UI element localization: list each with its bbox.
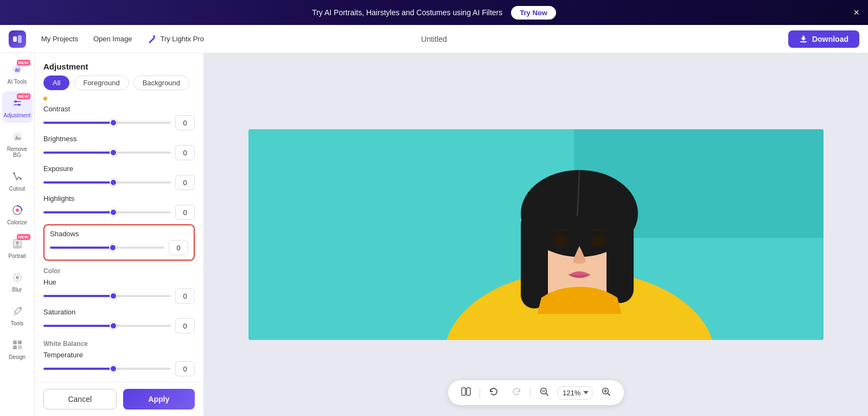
svg-rect-35: [462, 388, 465, 395]
document-title: Untitled: [421, 35, 446, 43]
sidebar-item-colorize[interactable]: Colorize: [2, 198, 33, 230]
highlights-thumb[interactable]: [110, 209, 117, 216]
download-button[interactable]: Download: [788, 30, 859, 48]
sidebar-item-ai-tools[interactable]: NEW ai AI Tools: [2, 58, 33, 89]
hue-thumb[interactable]: [110, 292, 117, 300]
shadows-label: Shadows: [50, 230, 188, 238]
svg-point-32: [553, 235, 568, 246]
sidebar-item-portrait[interactable]: NEW Portrait: [2, 232, 33, 263]
navbar-left: My Projects Open Image Try Lightx Pro: [9, 30, 210, 48]
shadows-highlighted-box: Shadows 0: [43, 224, 195, 261]
saturation-controls: 0: [43, 318, 195, 333]
sidebar-item-adjustment[interactable]: NEW Adjustment: [2, 91, 33, 123]
navbar: My Projects Open Image Try Lightx Pro Un…: [0, 25, 868, 53]
redo-icon: [512, 387, 521, 396]
zoom-in-button[interactable]: [597, 385, 615, 401]
colorize-icon: [10, 203, 25, 218]
brightness-controls: 0: [43, 145, 195, 160]
logo-icon: [9, 30, 26, 48]
saturation-value[interactable]: 0: [175, 318, 195, 333]
zoom-in-icon: [601, 387, 611, 396]
ai-tools-label: AI Tools: [8, 79, 27, 85]
highlights-value[interactable]: 0: [175, 205, 195, 220]
my-projects-button[interactable]: My Projects: [35, 31, 85, 46]
tab-background[interactable]: Background: [133, 75, 189, 90]
shadows-track[interactable]: [50, 247, 164, 249]
brightness-thumb[interactable]: [110, 149, 117, 156]
brightness-label: Brightness: [43, 135, 195, 143]
zoom-out-button[interactable]: [535, 385, 553, 401]
svg-point-16: [16, 241, 19, 244]
contrast-track[interactable]: [43, 122, 171, 124]
hue-track[interactable]: [43, 295, 171, 297]
shadows-value[interactable]: 0: [169, 240, 188, 255]
blur-icon: [10, 270, 25, 285]
contrast-thumb[interactable]: [110, 119, 117, 127]
download-icon: [799, 35, 808, 43]
shadows-thumb[interactable]: [109, 244, 117, 251]
zoom-select[interactable]: 50% 75% 100% 121% 150% 200%: [558, 386, 592, 400]
contrast-value[interactable]: 0: [175, 115, 195, 130]
tab-foreground[interactable]: Foreground: [74, 75, 129, 90]
exposure-thumb[interactable]: [110, 179, 117, 186]
download-label: Download: [812, 35, 848, 43]
saturation-slider-group: Saturation 0: [43, 308, 195, 333]
svg-rect-23: [18, 345, 22, 349]
shadows-controls: 0: [50, 240, 188, 255]
banner-close-button[interactable]: ×: [853, 7, 859, 18]
svg-rect-30: [521, 211, 548, 308]
split-view-button[interactable]: [457, 385, 475, 401]
try-now-button[interactable]: Try Now: [511, 6, 556, 20]
hue-value[interactable]: 0: [175, 288, 195, 304]
svg-point-11: [13, 172, 15, 174]
brightness-value[interactable]: 0: [175, 145, 195, 160]
white-balance-section-label: White Balance: [43, 340, 195, 348]
navbar-right: Download: [788, 30, 859, 48]
undo-button[interactable]: [484, 385, 503, 401]
temperature-track[interactable]: [43, 368, 171, 370]
svg-rect-34: [482, 314, 677, 340]
highlights-track[interactable]: [43, 211, 171, 213]
redo-button[interactable]: [507, 385, 526, 401]
svg-point-33: [591, 235, 606, 246]
tools-label: Tools: [11, 320, 23, 326]
canvas-area: 50% 75% 100% 121% 150% 200%: [204, 53, 868, 416]
exposure-label: Exposure: [43, 165, 195, 173]
svg-rect-2: [800, 41, 807, 42]
cancel-button[interactable]: Cancel: [43, 389, 117, 409]
exposure-track[interactable]: [43, 181, 171, 184]
toolbar-divider-1: [480, 387, 480, 398]
temperature-thumb[interactable]: [110, 365, 117, 373]
brightness-slider-group: Brightness 0: [43, 135, 195, 160]
svg-line-43: [608, 393, 610, 395]
design-label: Design: [9, 354, 25, 360]
sidebar-item-blur[interactable]: Blur: [2, 266, 33, 297]
tab-all[interactable]: All: [43, 75, 69, 90]
hue-slider-group: Hue 0: [43, 278, 195, 304]
sidebar-item-tools[interactable]: Tools: [2, 299, 33, 331]
hue-label: Hue: [43, 278, 195, 286]
temperature-value[interactable]: 0: [175, 361, 195, 376]
apply-button[interactable]: Apply: [123, 389, 195, 409]
colorize-label: Colorize: [7, 219, 27, 225]
svg-point-5: [12, 98, 22, 108]
brightness-track[interactable]: [43, 152, 171, 154]
blur-label: Blur: [12, 287, 22, 293]
try-pro-label: Try Lightx Pro: [160, 35, 203, 43]
cutout-label: Cutout: [9, 186, 25, 192]
saturation-track[interactable]: [43, 325, 171, 327]
try-pro-button[interactable]: Try Lightx Pro: [141, 31, 210, 47]
contrast-controls: 0: [43, 115, 195, 130]
canvas-toolbar: 50% 75% 100% 121% 150% 200%: [448, 380, 624, 405]
zoom-out-icon: [539, 387, 549, 396]
icon-sidebar: NEW ai AI Tools NEW Adjustment: [0, 53, 35, 416]
sidebar-item-design[interactable]: Design: [2, 333, 33, 364]
saturation-thumb[interactable]: [110, 322, 117, 330]
panel-scroll: Contrast 0 Brightness 0: [35, 103, 203, 382]
sidebar-item-cutout[interactable]: Cutout: [2, 165, 33, 196]
exposure-value[interactable]: 0: [175, 175, 195, 190]
portrait-badge: NEW: [17, 234, 30, 240]
sidebar-item-remove-bg[interactable]: Remove BG: [2, 125, 33, 162]
svg-point-7: [15, 100, 17, 103]
open-image-button[interactable]: Open Image: [87, 31, 139, 46]
